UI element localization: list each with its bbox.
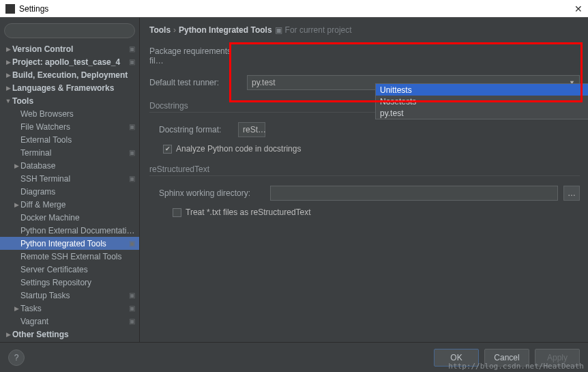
for-project-label: ▣ For current project [275, 25, 352, 35]
breadcrumb-part[interactable]: Tools [149, 25, 171, 35]
project-scope-icon: ▣ [129, 291, 135, 299]
sidebar-item[interactable]: ▶Version Control▣ [0, 42, 139, 55]
sidebar-item-label: Remote SSH External Tools [20, 252, 135, 261]
breadcrumb: Tools › Python Integrated Tools ▣ For cu… [149, 23, 580, 37]
sidebar-item[interactable]: Vagrant▣ [0, 315, 139, 328]
test-runner-dropdown[interactable]: UnittestsNosetestspy.test [375, 83, 588, 119]
sidebar-item-label: Database [20, 161, 135, 171]
tree-expand-icon[interactable]: ▶ [4, 59, 12, 66]
row-analyze-docstrings[interactable]: Analyze Python code in docstrings [149, 144, 580, 154]
sidebar-item[interactable]: ▶Tasks▣ [0, 302, 139, 315]
project-scope-icon: ▣ [129, 123, 135, 130]
sidebar-item-label: External Tools [20, 135, 135, 145]
sidebar-item[interactable]: Terminal▣ [0, 146, 139, 159]
tree-expand-icon[interactable]: ▼ [4, 98, 12, 104]
dropdown-option[interactable]: Nosetests [376, 96, 588, 107]
sidebar-item[interactable]: Diagrams [0, 185, 139, 198]
sidebar-item[interactable]: Python Integrated Tools▣ [0, 237, 139, 250]
row-docstring-format: Docstring format: reSt… [149, 122, 580, 137]
project-scope-icon: ▣ [129, 45, 135, 53]
settings-tree: ▶Version Control▣▶Project: apollo_test_c… [0, 42, 139, 341]
close-icon[interactable]: ✕ [574, 3, 583, 14]
project-icon: ▣ [275, 25, 282, 35]
sidebar-item-label: Project: apollo_test_case_4 [12, 57, 126, 67]
sidebar-item-label: Tasks [20, 304, 126, 313]
sidebar-item[interactable]: Settings Repository [0, 276, 139, 289]
tree-expand-icon[interactable]: ▶ [12, 201, 20, 208]
sidebar-item-label: Tools [12, 96, 135, 106]
tree-expand-icon[interactable]: ▶ [4, 72, 12, 78]
tree-expand-icon[interactable]: ▶ [12, 305, 20, 312]
tree-expand-icon[interactable]: ▶ [4, 85, 12, 91]
treat-txt-label: Treat *.txt files as reStructuredText [186, 208, 311, 217]
sidebar-item[interactable]: Docker Machine [0, 211, 139, 224]
tree-expand-icon[interactable]: ▶ [4, 331, 12, 338]
project-scope-icon: ▣ [129, 317, 135, 325]
breadcrumb-part[interactable]: Python Integrated Tools [179, 25, 271, 35]
sidebar-item-label: Server Certificates [20, 265, 135, 274]
test-runner-label: Default test runner: [149, 78, 241, 87]
sidebar-item-label: File Watchers [20, 122, 126, 132]
sidebar-item[interactable]: ▶Project: apollo_test_case_4▣ [0, 55, 139, 68]
sidebar-item-label: Web Browsers [20, 109, 135, 119]
sidebar-item[interactable]: ▶Build, Execution, Deployment [0, 68, 139, 81]
row-treat-txt[interactable]: Treat *.txt files as reStructuredText [149, 208, 580, 217]
sidebar-item[interactable]: ▶Diff & Merge [0, 198, 139, 211]
project-scope-icon: ▣ [129, 175, 135, 182]
browse-button[interactable]: … [563, 186, 580, 201]
dropdown-option[interactable]: py.test [376, 107, 588, 119]
sidebar-item[interactable]: Python External Documentation [0, 224, 139, 237]
breadcrumb-separator: › [173, 25, 176, 35]
settings-main-panel: Tools › Python Integrated Tools ▣ For cu… [140, 18, 588, 342]
sidebar-item[interactable]: Server Certificates [0, 263, 139, 276]
titlebar: Settings ✕ [0, 0, 588, 18]
dropdown-option[interactable]: Unittests [376, 84, 588, 96]
docstring-format-label: Docstring format: [159, 125, 233, 134]
sphinx-label: Sphinx working directory: [159, 188, 265, 198]
sidebar-item-label: SSH Terminal [20, 174, 126, 184]
pkg-req-label: Package requirements fil… [149, 46, 241, 66]
sidebar-item[interactable]: SSH Terminal▣ [0, 172, 139, 185]
tree-expand-icon[interactable]: ▶ [12, 162, 20, 169]
sidebar-item[interactable]: ▶Languages & Frameworks [0, 81, 139, 94]
docstring-format-value: reSt… [243, 125, 266, 134]
sidebar-item-label: Docker Machine [20, 213, 135, 223]
window-title: Settings [19, 4, 48, 14]
sphinx-dir-input[interactable] [270, 186, 558, 201]
sidebar-item[interactable]: External Tools [0, 133, 139, 146]
analyze-label: Analyze Python code in docstrings [176, 144, 301, 154]
sidebar-item-label: Other Settings [12, 330, 135, 339]
sidebar-item-label: Startup Tasks [20, 291, 126, 300]
sidebar-item[interactable]: Remote SSH External Tools [0, 250, 139, 263]
sidebar-item-label: Diff & Merge [20, 200, 135, 210]
sidebar-item[interactable]: File Watchers▣ [0, 120, 139, 133]
sidebar-item-label: Build, Execution, Deployment [12, 70, 135, 80]
test-runner-value: py.test [252, 78, 275, 87]
sidebar-item-label: Diagrams [20, 187, 135, 197]
search-input[interactable] [4, 23, 135, 38]
docstring-format-select[interactable]: reSt… [238, 122, 265, 137]
sidebar-item-label: Languages & Frameworks [12, 83, 135, 93]
sidebar-item-label: Vagrant [20, 317, 126, 326]
treat-txt-checkbox[interactable] [173, 208, 181, 217]
sidebar-item[interactable]: Web Browsers [0, 107, 139, 120]
analyze-checkbox[interactable] [163, 145, 172, 154]
sidebar-item[interactable]: Startup Tasks▣ [0, 289, 139, 302]
sidebar-item[interactable]: ▶Database [0, 159, 139, 172]
help-button[interactable]: ? [8, 349, 25, 366]
content-area: 🔍 ▶Version Control▣▶Project: apollo_test… [0, 18, 588, 342]
section-rst: reStructuredText [149, 164, 580, 176]
sidebar-item-label: Python Integrated Tools [20, 239, 126, 248]
row-package-requirements: Package requirements fil… [149, 46, 580, 66]
row-sphinx-dir: Sphinx working directory: … [149, 186, 580, 201]
tree-expand-icon[interactable]: ▶ [4, 46, 12, 53]
sidebar-item-label: Terminal [20, 148, 126, 158]
sidebar-item-label: Version Control [12, 44, 126, 54]
settings-sidebar: 🔍 ▶Version Control▣▶Project: apollo_test… [0, 18, 140, 342]
app-icon [5, 4, 15, 14]
sidebar-item-label: Python External Documentation [20, 226, 135, 235]
project-scope-icon: ▣ [129, 149, 135, 156]
project-scope-icon: ▣ [129, 304, 135, 312]
sidebar-item[interactable]: ▼Tools [0, 94, 139, 107]
sidebar-item[interactable]: ▶Other Settings [0, 328, 139, 341]
